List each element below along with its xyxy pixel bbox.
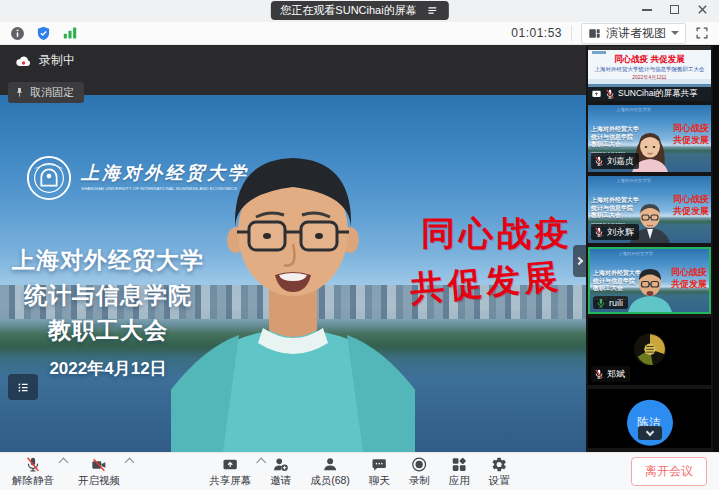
tile-label: SUNCihai的屏幕共享 [588, 87, 711, 101]
tile-label: ruili [593, 296, 628, 309]
avatar [633, 332, 667, 366]
recording-label: 录制中 [39, 52, 75, 69]
apps-button[interactable]: 应用 [449, 456, 470, 488]
meeting-timer: 01:01:53 [511, 26, 562, 40]
start-video-button[interactable]: 开启视频 [78, 456, 120, 488]
participant-name: 刘嘉贞 [607, 155, 634, 168]
unmute-label: 解除静音 [12, 474, 54, 488]
agenda-list-button[interactable] [8, 374, 38, 400]
toolbar-left-group: 解除静音 开启视频 [12, 456, 120, 488]
chevron-down-icon [645, 427, 653, 435]
mini-watermark: 上海对外经贸大学 [616, 107, 651, 113]
preview-date: 2022年4月12日 [588, 74, 711, 80]
participant-tile-video[interactable]: 上海对外经贸大学 上海对外经贸大学 统计与信息学院 教职工大会 2022年4月1… [588, 105, 711, 172]
chat-button[interactable]: 聊天 [369, 456, 390, 488]
members-icon [322, 456, 339, 473]
university-name: 上海对外经贸大学 [81, 161, 364, 185]
mic-muted-icon [24, 456, 42, 473]
preview-slogan: 同心战疫 共促发展 [588, 54, 711, 66]
participant-figure [622, 266, 678, 312]
pin-icon [14, 87, 25, 98]
topbar-divider [571, 26, 572, 41]
mic-muted-icon [594, 369, 604, 379]
university-logo: 上海对外经贸大学 SHANGHAI UNIVERSITY OF INTERNAT… [26, 155, 364, 201]
chevron-down-icon [671, 31, 679, 39]
topbar-status-icons [10, 26, 78, 41]
minimize-button[interactable] [640, 3, 653, 16]
meeting-toolbar: 解除静音 开启视频 [0, 452, 719, 490]
participant-tile-video[interactable]: 上海对外经贸大学 上海对外经贸大学 统计与信息学院 教职工大会 2022年4月1… [588, 176, 711, 243]
chat-label: 聊天 [369, 474, 390, 488]
video-options-caret[interactable] [125, 457, 135, 467]
participant-tile-video-active[interactable]: 上海对外经贸大学 上海对外经贸大学 统计与信息学院 教职工大会 2022年4月1… [588, 247, 711, 314]
share-screen-button[interactable]: 共享屏幕 [209, 456, 251, 488]
members-label: 成员(68) [310, 474, 350, 488]
share-options-caret[interactable] [256, 457, 266, 467]
fullscreen-icon[interactable] [695, 26, 709, 40]
invite-button[interactable]: 邀请 [270, 456, 291, 488]
speaker-video-feed: 上海对外经贸大学 SHANGHAI UNIVERSITY OF INTERNAT… [0, 95, 586, 452]
record-icon [411, 456, 428, 473]
network-signal-icon[interactable] [62, 26, 78, 40]
preview-title-line: 上海对外经贸大学统计与信息学院教职工大会 [588, 66, 711, 73]
invite-icon [272, 456, 290, 473]
toolbar-center-group: 共享屏幕 邀请 [209, 456, 510, 488]
participants-sidebar: 同心战疫 共促发展 上海对外经贸大学统计与信息学院教职工大会 2022年4月12… [586, 45, 719, 452]
slide-title-line3: 教职工大会 [4, 313, 212, 348]
tile-label: 刘永辉 [591, 224, 639, 240]
slide-title: 上海对外经贸大学 统计与信息学院 教职工大会 [4, 243, 212, 348]
start-video-label: 开启视频 [78, 474, 120, 488]
participant-tile-avatar[interactable]: 郑斌 [588, 318, 711, 385]
leave-meeting-button[interactable]: 离开会议 [631, 457, 707, 486]
mic-muted-icon [594, 227, 604, 237]
slogan-line1: 同心战疫 [421, 211, 573, 257]
mini-slogan: 同心战疫 共促发展 [673, 193, 709, 217]
mini-watermark: 上海对外经贸大学 [618, 251, 653, 257]
record-button[interactable]: 录制 [409, 456, 430, 488]
members-button[interactable]: 成员(68) [310, 456, 350, 488]
participant-name: 刘永辉 [607, 226, 634, 239]
tile-label: 郑斌 [591, 366, 630, 382]
maximize-button[interactable] [668, 3, 681, 16]
participant-name: ruili [609, 298, 623, 308]
recording-indicator: 录制中 [15, 52, 75, 69]
watching-banner-text: 您正在观看SUNCihai的屏幕 [280, 3, 416, 18]
watching-banner: 您正在观看SUNCihai的屏幕 [270, 1, 448, 20]
mic-muted-icon [594, 156, 604, 166]
scroll-down-button[interactable] [638, 426, 662, 440]
slide-title-line1: 上海对外经贸大学 [4, 243, 212, 278]
mini-watermark: 上海对外经贸大学 [616, 178, 651, 184]
chevron-right-icon [574, 257, 582, 265]
security-shield-icon[interactable] [36, 26, 51, 41]
topbar-controls: 01:01:53 演讲者视图 [511, 23, 709, 44]
unpin-button[interactable]: 取消固定 [8, 82, 84, 103]
settings-button[interactable]: 设置 [489, 456, 510, 488]
mic-muted-icon [605, 89, 615, 99]
apps-icon [451, 456, 468, 473]
meeting-info-icon[interactable] [10, 26, 25, 41]
participant-tile-avatar[interactable]: 陈洁 [588, 389, 711, 448]
cloud-recording-icon [15, 54, 32, 68]
camera-off-icon [89, 457, 109, 473]
settings-label: 设置 [489, 474, 510, 488]
mic-options-caret[interactable] [59, 457, 69, 467]
sidebar-right-edge [713, 45, 719, 452]
window-controls [640, 3, 709, 16]
university-emblem-icon [26, 155, 72, 201]
university-name-en: SHANGHAI UNIVERSITY OF INTERNATIONAL BUS… [81, 186, 237, 191]
unpin-label: 取消固定 [30, 85, 74, 100]
main-stage: 录制中 取消固定 上海对外 [0, 45, 586, 452]
meeting-topbar: 01:01:53 演讲者视图 [0, 22, 719, 45]
unmute-button[interactable]: 解除静音 [12, 456, 54, 488]
meeting-content: 录制中 取消固定 上海对外 [0, 45, 719, 452]
banner-menu-icon[interactable] [426, 4, 439, 17]
tile-label: 刘嘉贞 [591, 153, 639, 169]
participant-name: 郑斌 [607, 368, 625, 381]
view-mode-switcher[interactable]: 演讲者视图 [581, 23, 686, 44]
screen-share-icon [591, 89, 602, 99]
participant-tile-screenshare[interactable]: 同心战疫 共促发展 上海对外经贸大学统计与信息学院教职工大会 2022年4月12… [588, 46, 711, 101]
gear-icon [491, 456, 508, 473]
close-button[interactable] [696, 3, 709, 16]
share-screen-label: 共享屏幕 [209, 474, 251, 488]
sidebar-collapse-handle[interactable] [573, 245, 586, 277]
